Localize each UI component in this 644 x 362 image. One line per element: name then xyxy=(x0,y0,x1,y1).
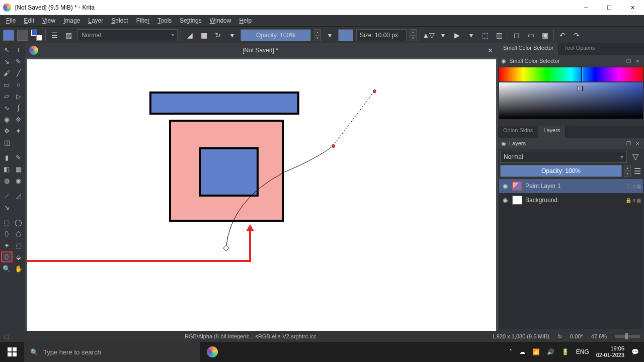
zoom-tool-icon[interactable]: 🔍 xyxy=(1,263,13,274)
brush-preset-icon[interactable]: ▨ xyxy=(63,30,74,41)
polygon-tool-icon[interactable]: ▱ xyxy=(1,90,13,102)
freehand-select-tool-icon[interactable]: ⬯ xyxy=(1,228,13,239)
size-preview[interactable] xyxy=(338,29,353,41)
brush-settings-icon[interactable]: ☰ xyxy=(49,30,60,41)
hue-strip[interactable] xyxy=(499,67,643,81)
tray-clock[interactable]: 19:06 02-01-2023 xyxy=(596,345,624,358)
zoom-slider[interactable] xyxy=(615,335,640,338)
tray-notifications-icon[interactable]: 💬 xyxy=(631,348,639,355)
menu-image[interactable]: Image xyxy=(59,16,84,25)
tray-cloud-icon[interactable]: ☁ xyxy=(519,348,525,355)
layer-blend-select[interactable]: Normal xyxy=(500,151,627,163)
dropdown-icon[interactable]: ▾ xyxy=(226,30,237,41)
wrap-icon[interactable]: ⬚ xyxy=(479,30,491,41)
undo-icon[interactable]: ↶ xyxy=(557,30,568,41)
save-icon[interactable]: ▣ xyxy=(539,30,550,41)
eyedropper-tool-icon[interactable]: ↘ xyxy=(1,202,13,213)
freehand-path-tool-icon[interactable]: ʃ xyxy=(13,102,25,113)
similar-select-tool-icon[interactable]: ⬚ xyxy=(13,240,25,251)
tab-small-color-selector[interactable]: Small Color Selector xyxy=(498,43,559,55)
float-panel-icon[interactable]: ❐ xyxy=(625,57,632,64)
close-button[interactable]: ✕ xyxy=(621,0,644,15)
layer-item[interactable]: ◉ Background 🔒α▦ xyxy=(499,193,643,207)
mirror-v-icon[interactable]: ▶ xyxy=(451,30,462,41)
line-tool-icon[interactable]: ╱ xyxy=(13,67,25,78)
layer-item[interactable]: ◉ Paint Layer 1 ⬚α▦ xyxy=(499,179,643,193)
pan-tool-icon[interactable]: ✋ xyxy=(13,263,25,274)
alpha-lock-icon[interactable]: ▦ xyxy=(198,30,209,41)
menu-view[interactable]: View xyxy=(38,16,59,25)
opacity-slider[interactable]: Opacity: 100% xyxy=(240,29,311,41)
edit-shapes-tool-icon[interactable]: ↘ xyxy=(1,56,13,67)
polyline-tool-icon[interactable]: ▷ xyxy=(13,90,25,102)
doc-tab-close-icon[interactable]: ✕ xyxy=(482,47,498,54)
tray-lang[interactable]: ENG xyxy=(576,348,589,355)
bezier-end-handle[interactable] xyxy=(223,245,229,251)
bezier-select-tool-icon[interactable]: ⬯ xyxy=(1,251,13,262)
alpha-icon[interactable]: α xyxy=(632,184,635,189)
calligraphy-tool-icon[interactable]: ✎ xyxy=(13,56,25,67)
rect-select-tool-icon[interactable]: ⬚ xyxy=(1,217,13,228)
menu-select[interactable]: Select xyxy=(107,16,132,25)
float-panel-icon[interactable]: ❐ xyxy=(625,140,632,147)
panel-drag-handle[interactable]: ⋯⋯ xyxy=(498,121,644,126)
sv-cursor[interactable] xyxy=(578,86,582,90)
layer-opacity-slider[interactable]: Opacity: 100% xyxy=(500,165,622,177)
tray-chevron-icon[interactable]: ˄ xyxy=(509,348,512,355)
ellipse-select-tool-icon[interactable]: ◯ xyxy=(13,217,25,228)
gradient-swatch[interactable] xyxy=(3,30,14,41)
taskbar-search[interactable]: 🔍 Type here to search xyxy=(24,342,200,362)
gradient-tool-icon[interactable]: ◧ xyxy=(1,163,13,174)
alpha-icon[interactable]: α xyxy=(632,198,635,203)
visibility-icon[interactable]: ◉ xyxy=(501,183,509,190)
start-button[interactable] xyxy=(0,342,24,362)
tray-volume-icon[interactable]: 🔊 xyxy=(547,348,554,355)
rotation-icon[interactable]: ↻ xyxy=(557,333,562,340)
ellipse-tool-icon[interactable]: ○ xyxy=(13,79,25,90)
lock-icon[interactable]: ⬚ xyxy=(627,184,631,189)
assistant-tool-icon[interactable]: ◉ xyxy=(13,175,25,186)
tray-battery-icon[interactable]: 🔋 xyxy=(561,348,569,355)
menu-help[interactable]: Help xyxy=(235,16,256,25)
move-tool-icon[interactable]: ✥ xyxy=(1,125,13,136)
dropdown-icon[interactable]: ▾ xyxy=(437,30,448,41)
menu-layer[interactable]: Layer xyxy=(84,16,107,25)
new-icon[interactable]: ◻ xyxy=(511,30,522,41)
inherit-icon[interactable]: ▦ xyxy=(636,198,641,203)
bezier-tool-icon[interactable]: ∿ xyxy=(1,102,13,113)
dropdown-icon[interactable]: ▾ xyxy=(324,30,335,41)
menu-file[interactable]: File xyxy=(2,16,20,25)
menu-tools[interactable]: Tools xyxy=(153,16,176,25)
menu-filter[interactable]: Filter xyxy=(132,16,154,25)
multibrush-tool-icon[interactable]: ※ xyxy=(13,114,25,125)
mirror-h-icon[interactable]: ▲▽ xyxy=(423,30,434,41)
magnetic-select-tool-icon[interactable]: ⬙ xyxy=(13,251,24,262)
reference-tool-icon[interactable]: ◿ xyxy=(13,190,25,201)
brush-tool-icon[interactable]: 🖌 xyxy=(1,67,13,78)
blend-mode-select[interactable]: Normal xyxy=(77,29,178,41)
menu-window[interactable]: Window xyxy=(206,16,235,25)
menu-edit[interactable]: Edit xyxy=(20,16,38,25)
opacity-spinner[interactable]: ▲▼ xyxy=(314,29,321,41)
selection-mode-icon[interactable]: ⬚ xyxy=(4,333,9,340)
layer-opacity-spinner[interactable]: ▲▼ xyxy=(624,165,631,177)
tray-wifi-icon[interactable]: 📶 xyxy=(532,348,540,355)
minimize-button[interactable]: ─ xyxy=(575,0,598,15)
bezier-control-handle[interactable] xyxy=(373,89,376,93)
saturation-value-box[interactable] xyxy=(499,82,643,119)
tab-tool-options[interactable]: Tool Options xyxy=(559,43,600,55)
eraser-icon[interactable]: ◢ xyxy=(184,30,195,41)
fill-tool-icon[interactable]: ▮ xyxy=(1,152,13,163)
open-icon[interactable]: ▭ xyxy=(525,30,536,41)
redo-icon[interactable]: ↷ xyxy=(571,30,582,41)
close-panel-icon[interactable]: ✕ xyxy=(634,140,641,147)
menu-settings[interactable]: Settings xyxy=(176,16,205,25)
dynamic-brush-tool-icon[interactable]: ◉ xyxy=(1,114,13,125)
polygon-select-tool-icon[interactable]: ⬠ xyxy=(13,228,25,239)
inherit-icon[interactable]: ▦ xyxy=(636,184,641,189)
crop-tool-icon[interactable]: ◫ xyxy=(1,137,13,148)
maximize-button[interactable]: ☐ xyxy=(598,0,621,15)
size-spinner[interactable]: ▲▼ xyxy=(410,29,417,41)
tab-layers[interactable]: Layers xyxy=(538,126,566,138)
filter-icon[interactable]: ▽ xyxy=(630,151,641,162)
